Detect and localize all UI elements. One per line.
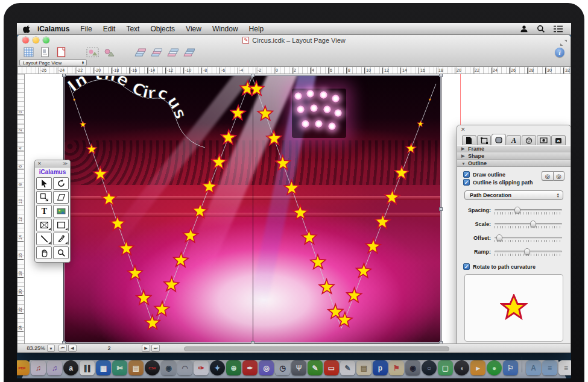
spacing-slider[interactable] [495, 207, 564, 216]
tab-colors[interactable] [522, 135, 536, 145]
dock-folder-applications[interactable]: A [526, 360, 541, 375]
layer-front-icon[interactable] [133, 46, 147, 58]
document-grid-icon[interactable] [21, 46, 36, 58]
layer-forward-icon[interactable] [149, 46, 163, 58]
zoom-menu-button[interactable]: ▼ [47, 345, 55, 352]
dock-notes-green[interactable]: ✎ [308, 360, 323, 375]
shapes-icon[interactable] [101, 46, 116, 58]
info-icon[interactable]: i [552, 46, 567, 58]
section-frame[interactable]: ▶Frame [457, 145, 571, 152]
last-page-button[interactable]: ⏭ [151, 345, 160, 352]
dock-purple-globe[interactable]: ◎ [259, 360, 274, 375]
tab-page[interactable] [462, 135, 476, 145]
slider-thumb[interactable] [530, 221, 536, 227]
dock-green-app[interactable]: ● [487, 360, 502, 375]
path-decoration-select[interactable]: Path Decoration ▲▼ [464, 190, 563, 200]
dock-folder-orange[interactable]: ▸ [470, 360, 485, 375]
menu-view[interactable]: View [180, 23, 207, 35]
selection-handle[interactable] [62, 74, 66, 77]
first-page-button[interactable]: ⏮ [58, 345, 67, 352]
dock-pdf-reader[interactable]: PDF [17, 360, 30, 375]
menu-edit[interactable]: Edit [98, 23, 121, 35]
pasteboard[interactable]: In the Circus [25, 74, 571, 343]
tab-image[interactable] [537, 135, 551, 145]
slider-thumb[interactable] [496, 234, 502, 241]
dock-csv-converter[interactable]: CSV [145, 360, 160, 375]
select-tool[interactable] [36, 177, 52, 190]
dock-stopwatch[interactable]: ◷ [275, 360, 290, 375]
bezier-tool[interactable] [53, 233, 69, 245]
zoom-tool[interactable] [53, 246, 69, 259]
page-spread-canvas[interactable]: In the Circus [64, 75, 441, 343]
scale-tool[interactable] [36, 191, 52, 204]
fullscreen-icon[interactable] [560, 37, 567, 43]
draw-outline-checkbox[interactable]: ✓ [463, 171, 470, 178]
dock-audio-meter[interactable]: ◖ [454, 360, 469, 375]
dock-amazon[interactable]: a [63, 360, 78, 375]
dock-note[interactable]: ≡ [558, 360, 571, 375]
horizontal-scrollbar-track[interactable] [166, 345, 566, 352]
dock-barcode[interactable]: ∥∥ [80, 360, 95, 375]
tab-shape[interactable] [492, 134, 506, 145]
dock-paint[interactable]: ✑ [194, 360, 209, 375]
skew-tool[interactable] [53, 191, 69, 204]
minimize-button[interactable] [33, 37, 39, 43]
dock-compass-browser[interactable]: ✦ [210, 360, 225, 375]
menu-objects[interactable]: Objects [145, 23, 180, 35]
dock-tape[interactable]: ✄ [112, 360, 127, 375]
text-tool[interactable]: T [36, 205, 52, 218]
dock-qr-code[interactable]: ▦ [96, 360, 111, 375]
layer-backward-icon[interactable] [165, 46, 180, 58]
previous-page-button[interactable]: ◀ [68, 345, 77, 352]
document-outline-icon[interactable] [54, 46, 68, 58]
dock-microphone[interactable]: Ψ [291, 360, 306, 375]
dock-screen-share[interactable]: ▢ [438, 360, 453, 375]
hand-tool[interactable] [36, 246, 52, 259]
horizontal-scrollbar[interactable] [184, 346, 449, 351]
view-mode-select[interactable]: Layout Page View ▲▼ [19, 59, 87, 66]
clipping-path-checkbox[interactable]: ✓ [463, 179, 470, 186]
dock-composer-red[interactable]: ♫ [31, 360, 46, 375]
inspector-close-icon[interactable]: ✕ [461, 127, 466, 133]
dock-library[interactable]: ▤ [128, 360, 144, 375]
notification-list-icon[interactable] [554, 25, 563, 33]
ramp-slider[interactable] [495, 249, 564, 257]
selection-handle[interactable] [439, 207, 443, 211]
dock-camera[interactable]: ◉ [161, 360, 176, 375]
close-button[interactable] [22, 37, 29, 43]
dock-movie-projector[interactable]: ◉ [405, 360, 420, 375]
section-outline[interactable]: ▼Outline [457, 160, 571, 167]
menu-text[interactable]: Text [121, 23, 145, 35]
offset-slider[interactable] [495, 235, 564, 243]
outline-target-button-1[interactable]: ◎ [542, 171, 553, 181]
rotate-curvature-checkbox[interactable]: ✓ [463, 263, 470, 270]
search-icon[interactable] [537, 25, 545, 33]
selection-handle[interactable] [439, 74, 443, 77]
palette-collapse-icon[interactable]: ≫ [63, 161, 68, 166]
slider-thumb[interactable] [524, 248, 530, 255]
tab-text[interactable]: A [507, 135, 521, 145]
apple-menu-icon[interactable] [23, 25, 31, 33]
next-page-button[interactable]: ▶ [142, 345, 150, 352]
dock-quill[interactable]: ✒ [242, 360, 258, 375]
tool-palette-titlebar[interactable]: ✕ ≫ [35, 160, 70, 168]
menu-file[interactable]: File [75, 23, 97, 35]
scale-slider[interactable] [495, 221, 564, 230]
zoom-button[interactable] [43, 37, 49, 43]
outline-target-button-2[interactable]: ◎ [553, 171, 564, 181]
dock-maps[interactable]: ⚑ [389, 360, 404, 375]
dock-lamp[interactable]: ◠ [177, 360, 192, 375]
line-tool[interactable] [36, 233, 52, 245]
dock-composer-purple[interactable]: ♫ [47, 360, 62, 375]
image-tool[interactable] [53, 205, 69, 218]
section-shape[interactable]: ▶Shape [457, 152, 571, 160]
user-icon[interactable] [520, 25, 528, 33]
rotate-tool[interactable] [53, 177, 69, 190]
dock-write-document[interactable]: ✎ [340, 360, 355, 375]
dock-eraser[interactable]: ▭ [324, 360, 339, 375]
selection-handle[interactable] [251, 74, 254, 77]
menu-help[interactable]: Help [244, 23, 270, 35]
dock-pages-document[interactable]: ▤ [356, 360, 371, 375]
dock-pagico[interactable]: p [373, 360, 388, 375]
circus-path-text[interactable]: In the Circus [64, 75, 191, 122]
